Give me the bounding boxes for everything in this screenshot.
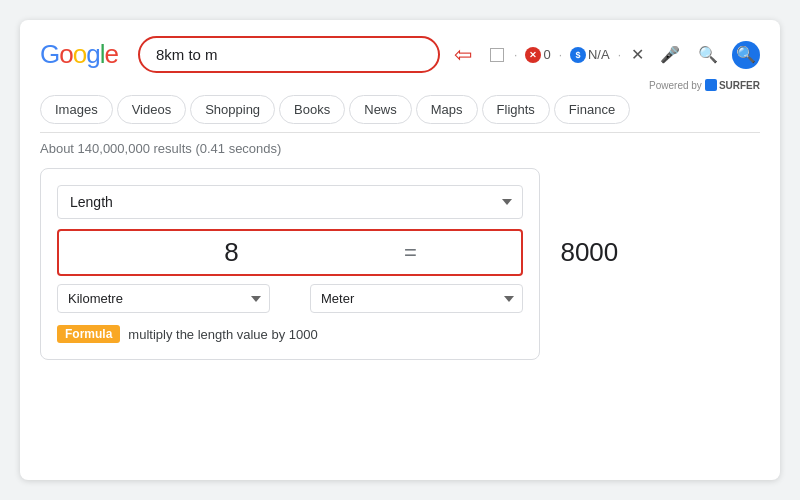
unit-type-select[interactable]: Length (57, 185, 523, 219)
search-input[interactable] (138, 36, 440, 73)
from-unit-select[interactable]: Kilometre (57, 284, 270, 313)
mic-icon[interactable]: 🎤 (656, 41, 684, 69)
dot-separator-3: · (618, 48, 621, 62)
count-label: 0 (543, 47, 550, 62)
nav-tabs: Images Videos Shopping Books News Maps F… (40, 95, 760, 133)
formula-text: multiply the length value by 1000 (128, 327, 317, 342)
arrow-left-icon: ⇦ (454, 42, 472, 68)
formula-badge: Formula (57, 325, 120, 343)
red-circle-icon: ✕ (525, 47, 541, 63)
checkbox-item (490, 48, 506, 62)
tab-maps[interactable]: Maps (416, 95, 478, 124)
tab-news[interactable]: News (349, 95, 412, 124)
surfer-logo: SURFER (705, 79, 760, 91)
tab-finance[interactable]: Finance (554, 95, 630, 124)
close-button[interactable]: ✕ (631, 45, 644, 64)
unit-selects-row: Kilometre Meter (57, 284, 523, 313)
surfer-brand: SURFER (719, 80, 760, 91)
checkbox-icon (490, 48, 504, 62)
tab-flights[interactable]: Flights (482, 95, 550, 124)
input-value[interactable] (69, 237, 394, 268)
results-summary: About 140,000,000 results (0.41 seconds) (40, 141, 760, 156)
lens-icon[interactable]: 🔍 (694, 41, 722, 69)
powered-by-row: Powered by SURFER (40, 79, 760, 91)
search-bar-wrapper (138, 36, 440, 73)
surfer-icon (705, 79, 717, 91)
tab-images[interactable]: Images (40, 95, 113, 124)
powered-by-text: Powered by (649, 80, 702, 91)
dollar-icon: $ (570, 47, 586, 63)
to-unit-select[interactable]: Meter (310, 284, 523, 313)
search-button[interactable]: 🔍 (732, 41, 760, 69)
na-label: N/A (588, 47, 610, 62)
dot-separator-2: · (559, 48, 562, 62)
google-logo: Google (40, 39, 118, 70)
formula-row: Formula multiply the length value by 100… (57, 325, 523, 343)
dot-separator: · (514, 48, 517, 62)
red-count-item: ✕ 0 (525, 47, 550, 63)
output-value[interactable] (427, 237, 752, 268)
conversion-row: = (57, 229, 523, 276)
tab-videos[interactable]: Videos (117, 95, 187, 124)
tab-books[interactable]: Books (279, 95, 345, 124)
converter-card: Length = Kilometre Meter Formula multipl… (40, 168, 540, 360)
toolbar-icons: · ✕ 0 · $ N/A · ✕ (490, 45, 646, 64)
equals-sign: = (404, 240, 417, 266)
dollar-item: $ N/A (570, 47, 610, 63)
tab-shopping[interactable]: Shopping (190, 95, 275, 124)
